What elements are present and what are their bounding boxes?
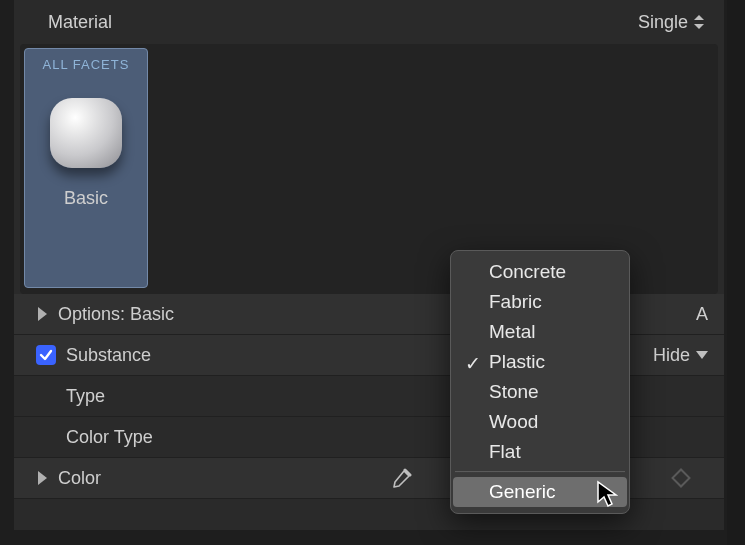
material-title: Material [48, 12, 638, 33]
substance-type-menu[interactable]: Concrete Fabric Metal ✓Plastic Stone Woo… [450, 250, 630, 514]
updown-icon [694, 15, 704, 29]
menu-item-label: Fabric [489, 291, 542, 313]
menu-item-flat[interactable]: Flat [453, 437, 627, 467]
menu-item-label: Metal [489, 321, 535, 343]
hide-label: Hide [653, 345, 690, 366]
checkmark-icon: ✓ [465, 352, 481, 375]
facet-tile-all[interactable]: ALL FACETS Basic [24, 48, 148, 288]
menu-item-plastic[interactable]: ✓Plastic [453, 347, 627, 377]
material-mode-dropdown[interactable]: Single [638, 12, 704, 33]
mouse-cursor-icon [596, 480, 618, 508]
eyedropper-icon[interactable] [390, 468, 412, 490]
menu-item-label: Plastic [489, 351, 545, 373]
checkmark-icon [39, 348, 53, 362]
options-right-clipped: A [696, 304, 708, 325]
menu-item-label: Concrete [489, 261, 566, 283]
right-gutter [727, 0, 745, 545]
menu-item-label: Flat [489, 441, 521, 463]
substance-hide-button[interactable]: Hide [653, 345, 708, 366]
menu-item-stone[interactable]: Stone [453, 377, 627, 407]
menu-item-fabric[interactable]: Fabric [453, 287, 627, 317]
menu-separator [455, 471, 625, 473]
material-header: Material Single [14, 0, 724, 38]
menu-item-label: Wood [489, 411, 538, 433]
disclosure-triangle-icon[interactable] [36, 307, 50, 321]
material-preview-cube [50, 98, 122, 168]
material-mode-label: Single [638, 12, 688, 33]
menu-item-wood[interactable]: Wood [453, 407, 627, 437]
facet-name-label: Basic [25, 188, 147, 209]
disclosure-triangle-icon[interactable] [36, 471, 50, 485]
menu-item-label: Stone [489, 381, 539, 403]
menu-item-label: Generic [489, 481, 556, 503]
chevron-down-icon [696, 351, 708, 359]
menu-item-concrete[interactable]: Concrete [453, 257, 627, 287]
substance-checkbox[interactable] [36, 345, 56, 365]
material-preview-thumbnail [40, 86, 132, 178]
facet-header-label: ALL FACETS [25, 57, 147, 72]
menu-item-metal[interactable]: Metal [453, 317, 627, 347]
